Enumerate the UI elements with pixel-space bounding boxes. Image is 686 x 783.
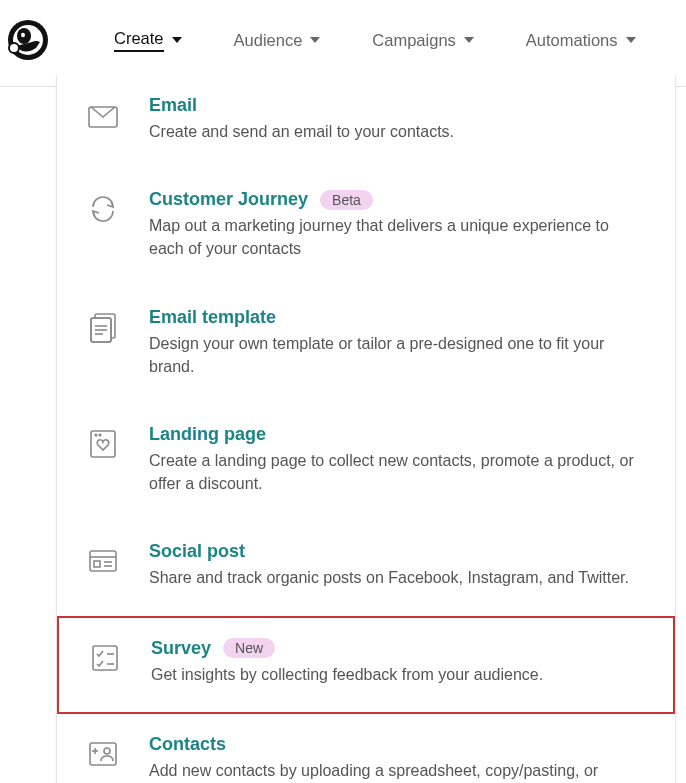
menu-desc-template: Design your own template or tailor a pre…	[149, 332, 647, 378]
create-dropdown: Email Create and send an email to your c…	[56, 75, 676, 783]
mailchimp-logo	[6, 18, 50, 62]
nav-create[interactable]: Create	[114, 29, 182, 52]
menu-item-journey[interactable]: Customer Journey Beta Map out a marketin…	[57, 169, 675, 286]
nav-campaigns[interactable]: Campaigns	[372, 31, 473, 50]
heart-page-icon	[85, 426, 121, 462]
menu-title-email: Email	[149, 95, 197, 116]
menu-item-survey[interactable]: Survey New Get insights by collecting fe…	[57, 616, 675, 714]
document-stack-icon	[85, 309, 121, 345]
checklist-icon	[87, 640, 123, 676]
badge-new: New	[223, 638, 275, 658]
menu-title-journey: Customer Journey	[149, 189, 308, 210]
menu-item-contacts[interactable]: Contacts Add new contacts by uploading a…	[57, 714, 675, 783]
chevron-down-icon	[464, 37, 474, 43]
menu-desc-social: Share and track organic posts on Faceboo…	[149, 566, 647, 589]
menu-item-template[interactable]: Email template Design your own template …	[57, 287, 675, 404]
svg-point-3	[21, 33, 25, 38]
menu-item-social[interactable]: Social post Share and track organic post…	[57, 521, 675, 615]
svg-rect-19	[93, 646, 117, 670]
menu-desc-journey: Map out a marketing journey that deliver…	[149, 214, 647, 260]
menu-title-survey: Survey	[151, 638, 211, 659]
menu-title-contacts: Contacts	[149, 734, 226, 755]
nav-campaigns-label: Campaigns	[372, 31, 455, 50]
svg-rect-22	[90, 743, 116, 765]
badge-beta: Beta	[320, 190, 373, 210]
menu-title-landing: Landing page	[149, 424, 266, 445]
menu-desc-contacts: Add new contacts by uploading a spreadsh…	[149, 759, 647, 783]
menu-item-email[interactable]: Email Create and send an email to your c…	[57, 75, 675, 169]
nav-create-label: Create	[114, 29, 164, 52]
social-card-icon	[85, 543, 121, 579]
svg-rect-18	[94, 561, 100, 567]
menu-title-template: Email template	[149, 307, 276, 328]
menu-desc-landing: Create a landing page to collect new con…	[149, 449, 647, 495]
menu-item-landing[interactable]: Landing page Create a landing page to co…	[57, 404, 675, 521]
nav-audience-label: Audience	[234, 31, 303, 50]
menu-desc-survey: Get insights by collecting feedback from…	[151, 663, 645, 686]
nav-automations-label: Automations	[526, 31, 618, 50]
envelope-icon	[85, 97, 121, 133]
svg-point-4	[9, 43, 19, 53]
nav-audience[interactable]: Audience	[234, 31, 321, 50]
refresh-icon	[85, 191, 121, 227]
chevron-down-icon	[310, 37, 320, 43]
svg-point-13	[99, 434, 101, 436]
menu-desc-email: Create and send an email to your contact…	[149, 120, 647, 143]
nav-automations[interactable]: Automations	[526, 31, 636, 50]
chevron-down-icon	[626, 37, 636, 43]
top-navbar: Create Audience Campaigns Automations	[0, 0, 686, 87]
add-contact-icon	[85, 736, 121, 772]
svg-point-12	[95, 434, 97, 436]
svg-point-23	[104, 748, 110, 754]
chevron-down-icon	[172, 37, 182, 43]
menu-title-social: Social post	[149, 541, 245, 562]
